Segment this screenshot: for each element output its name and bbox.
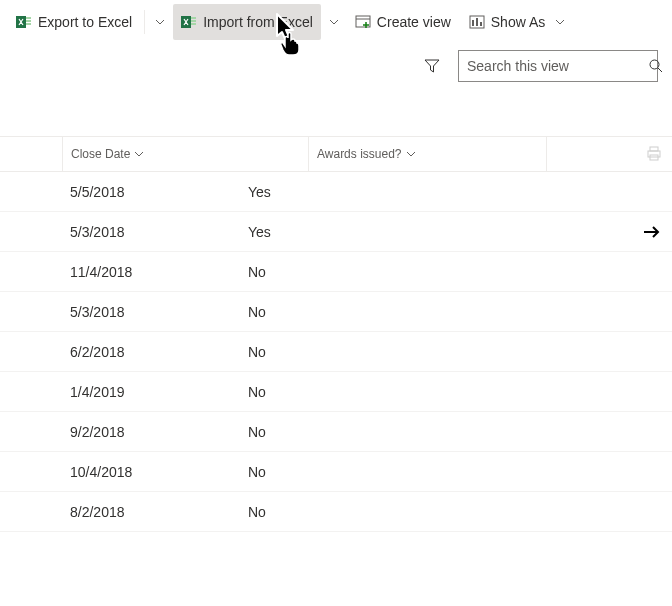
cell-actions [470, 224, 672, 240]
grid-body: 5/5/2018Yes5/3/2018Yes11/4/2018No5/3/201… [0, 172, 672, 532]
cell-awards-issued: No [240, 424, 470, 440]
svg-rect-14 [476, 18, 478, 26]
arrow-right-icon[interactable] [642, 224, 662, 240]
create-view-button[interactable]: Create view [347, 4, 459, 40]
search-input[interactable] [467, 58, 642, 74]
cell-awards-issued: No [240, 304, 470, 320]
svg-rect-2 [26, 20, 31, 22]
cell-close-date: 5/5/2018 [0, 184, 240, 200]
chevron-down-icon [406, 149, 416, 159]
chevron-down-icon [555, 17, 565, 27]
export-excel-label: Export to Excel [38, 14, 132, 30]
column-header-close-date[interactable]: Close Date [62, 137, 308, 171]
column-header-label: Close Date [71, 147, 130, 161]
import-excel-button[interactable]: Import from Excel [173, 4, 321, 40]
table-row[interactable]: 5/5/2018Yes [0, 172, 672, 212]
excel-icon [16, 14, 32, 30]
svg-line-17 [658, 68, 662, 72]
svg-rect-3 [26, 23, 31, 25]
cell-close-date: 5/3/2018 [0, 224, 240, 240]
chevron-down-icon [155, 17, 165, 27]
svg-rect-7 [191, 23, 196, 25]
show-as-label: Show As [491, 14, 545, 30]
show-as-button[interactable]: Show As [461, 4, 573, 40]
cell-close-date: 8/2/2018 [0, 504, 240, 520]
cell-awards-issued: No [240, 344, 470, 360]
cell-awards-issued: Yes [240, 224, 470, 240]
table-row[interactable]: 1/4/2019No [0, 372, 672, 412]
export-excel-button[interactable]: Export to Excel [8, 4, 140, 40]
table-row[interactable]: 10/4/2018No [0, 452, 672, 492]
search-box[interactable] [458, 50, 658, 82]
cell-close-date: 6/2/2018 [0, 344, 240, 360]
chevron-down-icon [329, 17, 339, 27]
svg-point-16 [650, 60, 659, 69]
table-row[interactable]: 11/4/2018No [0, 252, 672, 292]
import-excel-label: Import from Excel [203, 14, 313, 30]
search-icon [648, 58, 664, 74]
cell-close-date: 11/4/2018 [0, 264, 240, 280]
cell-close-date: 1/4/2019 [0, 384, 240, 400]
table-row[interactable]: 8/2/2018No [0, 492, 672, 532]
show-as-icon [469, 14, 485, 30]
cell-awards-issued: No [240, 384, 470, 400]
cell-close-date: 5/3/2018 [0, 304, 240, 320]
cell-close-date: 9/2/2018 [0, 424, 240, 440]
table-row[interactable]: 6/2/2018No [0, 332, 672, 372]
table-row[interactable]: 9/2/2018No [0, 412, 672, 452]
table-row[interactable]: 5/3/2018No [0, 292, 672, 332]
search-row [0, 44, 672, 92]
table-row[interactable]: 5/3/2018Yes [0, 212, 672, 252]
svg-rect-13 [472, 20, 474, 26]
column-header-awards-issued[interactable]: Awards issued? [308, 137, 546, 171]
create-view-label: Create view [377, 14, 451, 30]
cell-close-date: 10/4/2018 [0, 464, 240, 480]
cell-awards-issued: No [240, 504, 470, 520]
svg-rect-5 [191, 17, 196, 19]
excel-icon [181, 14, 197, 30]
print-icon[interactable] [646, 146, 662, 162]
column-header-actions [546, 137, 672, 171]
cell-awards-issued: No [240, 464, 470, 480]
svg-rect-15 [480, 22, 482, 26]
svg-rect-1 [26, 17, 31, 19]
export-excel-dropdown[interactable] [149, 4, 171, 40]
import-excel-dropdown[interactable] [323, 4, 345, 40]
filter-button[interactable] [416, 50, 448, 82]
svg-rect-6 [191, 20, 196, 22]
svg-rect-18 [650, 147, 658, 151]
command-bar: Export to Excel Import from Excel Create… [0, 0, 672, 44]
cell-awards-issued: No [240, 264, 470, 280]
chevron-down-icon [134, 149, 144, 159]
cell-awards-issued: Yes [240, 184, 470, 200]
divider [144, 10, 145, 34]
create-view-icon [355, 14, 371, 30]
column-header-label: Awards issued? [317, 147, 402, 161]
grid-header: Close Date Awards issued? [0, 136, 672, 172]
funnel-icon [424, 58, 440, 74]
